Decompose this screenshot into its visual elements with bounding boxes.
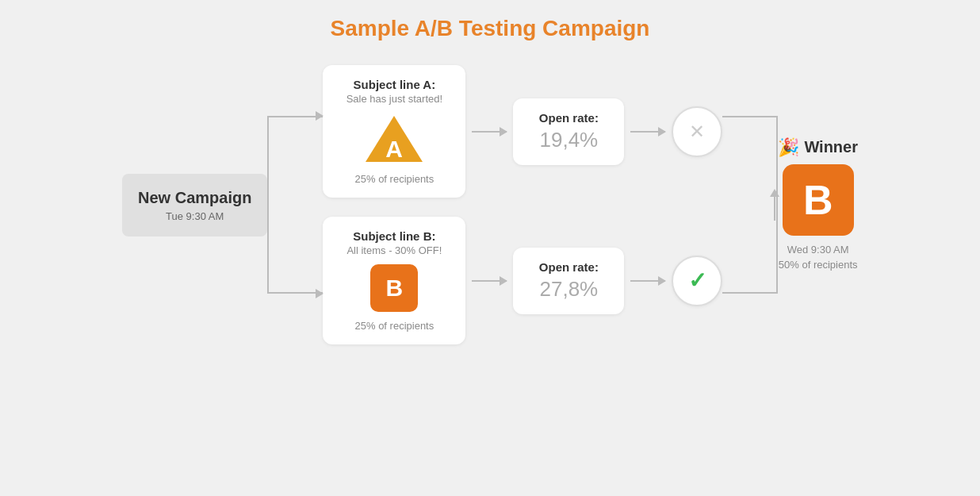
cross-icon: ✕ xyxy=(689,121,705,143)
arrow-a-rate-to-status xyxy=(630,131,665,133)
main-diagram: New Campaign Tue 9:30 AM Subject line A:… xyxy=(122,65,858,344)
page-wrapper: Sample A/B Testing Campaign New Campaign… xyxy=(0,0,980,496)
rate-b-value: 27,8% xyxy=(532,277,605,302)
winner-recipients-text: 50% of recipients xyxy=(779,259,858,271)
winner-time-text: Wed 9:30 AM xyxy=(787,244,849,256)
merge-connector xyxy=(722,92,778,317)
status-circle-b: ✓ xyxy=(672,256,722,306)
page-title: Sample A/B Testing Campaign xyxy=(331,16,650,41)
subject-b-title: Subject line B: xyxy=(339,229,450,243)
winner-b-letter: B xyxy=(803,176,833,224)
subject-a-subtitle: Sale has just started! xyxy=(339,93,450,105)
arrow-b-to-rate xyxy=(472,280,507,282)
subject-b-recipients: 25% of recipients xyxy=(339,320,450,332)
subject-b-subtitle: All items - 30% OFF! xyxy=(339,244,450,256)
subject-card-b: Subject line B: All items - 30% OFF! B 2… xyxy=(323,217,465,344)
status-circle-a: ✕ xyxy=(672,106,722,157)
letter-a-icon: A xyxy=(364,113,424,165)
rows-container: Subject line A: Sale has just started! A… xyxy=(323,65,722,344)
winner-icon: 🎉 xyxy=(778,137,799,158)
arrow-b-rate-to-status xyxy=(630,280,665,282)
split-connector xyxy=(267,92,323,317)
row-b: Subject line B: All items - 30% OFF! B 2… xyxy=(323,217,722,344)
winner-text: Winner xyxy=(804,138,858,156)
open-rate-b: Open rate: 27,8% xyxy=(513,248,624,314)
winner-label-row: 🎉 Winner xyxy=(778,137,858,158)
open-rate-a: Open rate: 19,4% xyxy=(513,98,624,165)
rate-b-label: Open rate: xyxy=(532,260,605,274)
campaign-box: New Campaign Tue 9:30 AM xyxy=(122,174,267,236)
merge-arrow-up xyxy=(770,189,779,221)
row-a: Subject line A: Sale has just started! A… xyxy=(323,65,722,198)
subject-card-a: Subject line A: Sale has just started! A… xyxy=(323,65,465,198)
check-icon: ✓ xyxy=(688,267,706,294)
arrow-up-line xyxy=(774,197,775,221)
winner-time: Wed 9:30 AM 50% of recipients xyxy=(779,242,858,273)
arrow-a-to-rate xyxy=(472,131,507,133)
rate-a-value: 19,4% xyxy=(532,128,605,152)
campaign-name: New Campaign xyxy=(138,188,251,207)
subject-a-title: Subject line A: xyxy=(339,78,450,91)
svg-text:A: A xyxy=(386,136,404,162)
campaign-time: Tue 9:30 AM xyxy=(138,210,251,222)
letter-b-text: B xyxy=(386,275,404,302)
arrow-up-head xyxy=(770,189,779,197)
winner-b-icon: B xyxy=(783,164,854,236)
subject-a-recipients: 25% of recipients xyxy=(339,173,450,185)
rate-a-label: Open rate: xyxy=(532,111,605,125)
letter-b-icon: B xyxy=(370,264,418,312)
winner-section: 🎉 Winner B Wed 9:30 AM 50% of recipients xyxy=(778,137,858,273)
